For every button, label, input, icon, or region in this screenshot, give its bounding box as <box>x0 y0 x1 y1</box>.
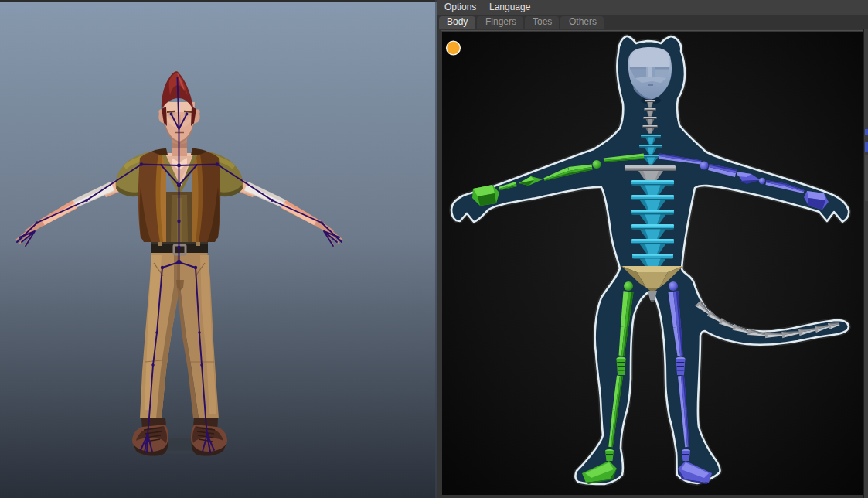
svg-text:Fingers: Fingers <box>485 16 516 27</box>
svg-text:Options: Options <box>444 2 476 12</box>
svg-text:Body: Body <box>447 16 468 27</box>
svg-text:Language: Language <box>489 2 531 12</box>
svg-text:Others: Others <box>569 16 597 27</box>
svg-text:Toes: Toes <box>533 16 552 27</box>
